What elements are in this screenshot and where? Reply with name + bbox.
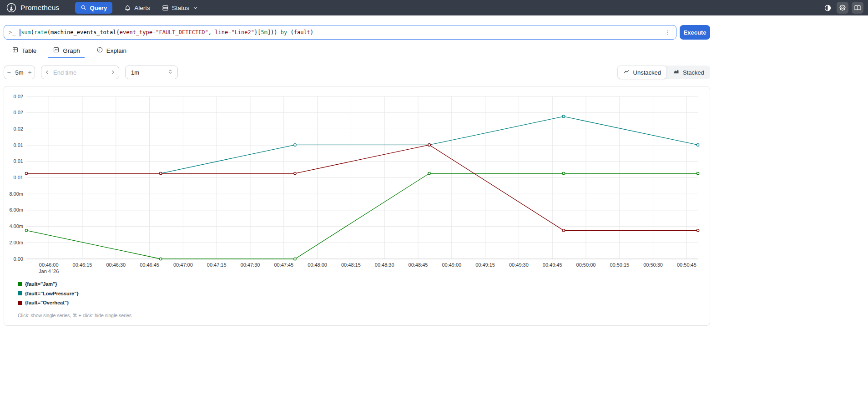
y-tick-label: 0.02 [14, 94, 23, 99]
server-icon [162, 5, 169, 11]
x-tick-label: 00:50:00 [576, 262, 596, 268]
legend-item[interactable]: {fault="Jam"} [18, 279, 710, 289]
end-time-picker [41, 66, 119, 79]
legend-item[interactable]: {fault="LowPressure"} [18, 289, 710, 299]
legend-label: {fault="LowPressure"} [25, 291, 79, 296]
docs-button[interactable] [852, 2, 863, 14]
x-tick-label: 00:46:30 [106, 262, 126, 268]
panel-tabs: Table Graph Explain [4, 45, 710, 58]
book-icon [854, 4, 861, 11]
x-tick-label: 00:47:30 [241, 262, 260, 268]
expression-input[interactable]: >_ sum(rate(machine_events_total{event_t… [4, 25, 676, 40]
nav-query-button[interactable]: Query [75, 2, 113, 14]
nav-status-menu[interactable]: Status [162, 5, 198, 11]
text-cursor [20, 29, 20, 36]
legend-swatch [18, 291, 22, 295]
series-point [160, 258, 162, 260]
nav-alerts[interactable]: Alerts [124, 5, 150, 11]
chevron-down-icon [192, 5, 198, 11]
x-tick-label: 00:50:30 [643, 262, 663, 268]
x-tick-label: 00:48:30 [375, 262, 394, 268]
search-icon [81, 5, 87, 11]
navbar-actions [822, 2, 863, 14]
tab-graph-label: Graph [63, 47, 80, 54]
x-tick-label: 00:47:45 [274, 262, 293, 268]
stacked-label: Stacked [683, 69, 704, 76]
x-tick-label: 00:49:00 [442, 262, 461, 268]
graph-controls: − 5m + 1m [4, 66, 710, 79]
series-point [428, 172, 430, 174]
series-point [25, 172, 27, 174]
legend-item[interactable]: {fault="Overheat"} [18, 298, 710, 308]
stacking-toggle: Unstacked Stacked [617, 66, 710, 79]
chart-legend: {fault="Jam"}{fault="LowPressure"}{fault… [18, 279, 710, 308]
x-tick-label: 00:46:15 [73, 262, 92, 268]
tab-table[interactable]: Table [7, 45, 41, 58]
unstacked-label: Unstacked [633, 69, 661, 76]
series-line [26, 145, 698, 230]
y-tick-label: 6.00m [9, 207, 23, 213]
tab-explain[interactable]: Explain [92, 45, 131, 58]
brand: Prometheus [5, 3, 60, 13]
theme-toggle-button[interactable] [822, 2, 833, 14]
selector-up-down-icon [167, 68, 174, 77]
settings-button[interactable] [837, 2, 848, 14]
y-tick-label: 4.00m [9, 223, 23, 229]
nav-status-label: Status [172, 5, 189, 11]
series-point [294, 172, 296, 174]
legend-label: {fault="Overheat"} [25, 300, 69, 305]
range-input: − 5m + [4, 66, 35, 79]
series-point [562, 172, 565, 174]
table-icon [12, 46, 19, 55]
chevron-right-icon[interactable] [107, 69, 119, 76]
range-increase-button[interactable]: + [25, 69, 35, 76]
range-value[interactable]: 5m [14, 69, 25, 76]
series-point [696, 172, 699, 174]
resolution-select[interactable]: 1m [125, 66, 178, 79]
line-chart-icon [623, 68, 630, 76]
y-tick-label: 0.01 [14, 158, 23, 164]
series-point [428, 144, 430, 146]
top-navbar: Prometheus Query Alerts Status [0, 0, 868, 15]
y-tick-label: 0.01 [14, 175, 23, 180]
x-tick-label: 00:49:30 [509, 262, 529, 268]
info-icon [96, 46, 103, 55]
x-tick-label: 00:48:15 [341, 262, 361, 268]
promql-expression[interactable]: sum(rate(machine_events_total{event_type… [21, 29, 660, 35]
series-line [26, 173, 698, 259]
line-chart-canvas[interactable]: 0.002.00m4.00m6.00m8.00m0.010.010.010.02… [4, 86, 710, 274]
execute-button[interactable]: Execute [680, 25, 710, 40]
x-tick-label: 00:47:15 [207, 262, 227, 268]
nav-alerts-label: Alerts [134, 5, 150, 11]
x-tick-label: 00:46:45 [140, 262, 159, 268]
contrast-icon [824, 4, 832, 12]
expression-menu-icon[interactable]: ⋮ [664, 30, 671, 35]
chevron-left-icon[interactable] [41, 69, 53, 76]
y-tick-label: 0.00 [14, 256, 23, 262]
unstacked-button[interactable]: Unstacked [617, 66, 667, 79]
x-tick-label: 00:49:45 [543, 262, 562, 268]
x-tick-label: 00:46:00 [39, 262, 59, 268]
y-tick-label: 0.02 [14, 110, 23, 115]
prometheus-logo-icon [6, 3, 16, 13]
series-point [562, 229, 565, 232]
series-point [294, 144, 296, 146]
range-decrease-button[interactable]: − [4, 69, 14, 76]
app-title: Prometheus [20, 4, 60, 12]
graph-panel: 0.002.00m4.00m6.00m8.00m0.010.010.010.02… [4, 86, 710, 326]
x-tick-label: 00:50:45 [677, 262, 696, 268]
series-point [160, 172, 162, 174]
stacked-button[interactable]: Stacked [667, 66, 710, 79]
x-tick-label: 00:47:00 [173, 262, 193, 268]
tab-explain-label: Explain [106, 47, 126, 54]
x-tick-label: 00:48:45 [409, 262, 428, 268]
terminal-prompt-icon: >_ [9, 29, 16, 35]
x-axis-date-label: Jan 4 '26 [39, 268, 59, 274]
legend-label: {fault="Jam"} [25, 281, 57, 287]
y-tick-label: 0.01 [14, 142, 23, 148]
tab-graph[interactable]: Graph [48, 45, 85, 58]
y-tick-label: 8.00m [9, 191, 23, 197]
chart-icon [53, 46, 60, 55]
end-time-input[interactable] [53, 69, 107, 76]
x-tick-label: 00:48:00 [308, 262, 327, 268]
